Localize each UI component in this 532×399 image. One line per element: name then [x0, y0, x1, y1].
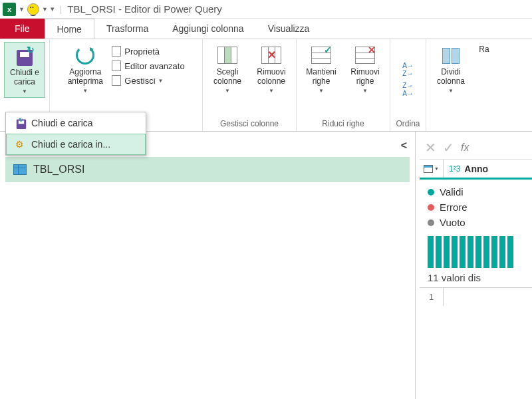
qat-overflow[interactable]: ▾	[51, 5, 55, 13]
sort-desc-button[interactable]: Z→A→	[402, 82, 414, 97]
title-bar: x ▼ ▼ ▾ | TBL_ORSI - Editor di Power Que…	[0, 0, 532, 19]
table-icon	[13, 164, 27, 175]
dist-bar	[483, 236, 489, 268]
formula-fx-icon[interactable]: fx	[461, 142, 469, 154]
tab-file[interactable]: File	[0, 19, 45, 39]
query-item-tbl-orsi[interactable]: TBL_ORSI	[5, 157, 410, 182]
dist-bar	[436, 236, 442, 268]
choose-columns-icon	[217, 45, 238, 66]
quality-empty: Vuoto	[428, 217, 524, 228]
remove-rows-icon	[354, 45, 376, 66]
qat-smiley-dropdown-icon[interactable]: ▼	[42, 6, 48, 13]
remove-columns-button[interactable]: Rimuovi colonne▼	[251, 42, 292, 96]
query-name: TBL_ORSI	[33, 164, 84, 176]
properties-button[interactable]: Proprietà	[108, 45, 187, 58]
excel-icon: x	[3, 3, 16, 16]
dist-bar	[475, 236, 481, 268]
refresh-preview-button[interactable]: Aggiorna anteprima▼	[65, 42, 106, 96]
manage-button[interactable]: Gestisci ▼	[108, 74, 187, 87]
ribbon-group-sort: A→Z→ Z→A→ Ordina	[390, 39, 426, 131]
table-corner-button[interactable]: ▼	[420, 160, 444, 178]
tab-home[interactable]: Home	[45, 19, 94, 39]
valid-dot-icon	[428, 189, 434, 196]
ribbon-tabs: File Home Trasforma Aggiungi colonna Vis…	[0, 19, 532, 39]
tab-add-column[interactable]: Aggiungi colonna	[160, 19, 255, 39]
window-title: TBL_ORSI - Editor di Power Query	[67, 3, 222, 15]
choose-columns-button[interactable]: Scegli colonne▼	[207, 42, 248, 96]
data-row-1[interactable]: 1	[420, 287, 532, 306]
remove-columns-icon	[261, 45, 282, 66]
refresh-icon	[74, 45, 96, 66]
close-and-load-button[interactable]: ↻ Chiudi e carica▼	[4, 42, 45, 98]
column-quality: Validi Errore Vuoto	[420, 180, 532, 235]
dist-bar	[507, 236, 513, 268]
formula-cancel-icon[interactable]: ✕	[425, 140, 436, 156]
advanced-editor-icon	[111, 61, 122, 71]
group-sort-label: Ordina	[396, 118, 420, 130]
menu-close-and-load[interactable]: ↻ Chiudi e carica	[6, 112, 146, 134]
column-header-row: ▼ 1²3 Anno	[420, 160, 532, 180]
dist-bar	[444, 236, 450, 268]
properties-icon	[111, 46, 122, 57]
distribution-bars	[420, 235, 532, 268]
distinct-values-label: 11 valori dis	[420, 268, 532, 287]
ribbon-group-split: Dividi colonna▼ Ra	[426, 39, 498, 131]
row-number: 1	[420, 288, 444, 306]
formula-accept-icon[interactable]: ✓	[443, 140, 454, 156]
empty-dot-icon	[428, 219, 434, 226]
column-name: Anno	[464, 164, 488, 174]
advanced-editor-button[interactable]: Editor avanzato	[108, 59, 187, 72]
formula-bar: ✕ ✓ fx	[420, 136, 532, 160]
close-and-load-label: Chiudi e carica	[6, 68, 43, 87]
quality-valid: Validi	[428, 186, 524, 198]
group-reduce-rows-label: Riduci righe	[322, 118, 364, 130]
keep-rows-button[interactable]: Mantieni righe▼	[301, 42, 342, 96]
titlebar-separator: |	[60, 4, 62, 14]
ribbon-group-manage-columns: Scegli colonne▼ Rimuovi colonne▼ Gestisc…	[203, 39, 297, 131]
tab-view[interactable]: Visualizza	[256, 19, 322, 39]
close-load-to-icon: ⚙	[13, 138, 26, 151]
ribbon-group-reduce-rows: Mantieni righe▼ Rimuovi righe▼ Riduci ri…	[297, 39, 390, 131]
dist-bar	[460, 236, 466, 268]
error-dot-icon	[428, 204, 434, 211]
smiley-icon[interactable]	[27, 3, 39, 15]
save-load-icon: ↻	[14, 45, 35, 66]
tiny-table-icon	[424, 165, 433, 173]
close-load-icon: ↻	[13, 116, 26, 130]
main-area: Query [1] < TBL_ORSI ✕ ✓ fx ▼ 1²3 Anno V…	[0, 132, 532, 399]
group-by-button[interactable]: Ra	[474, 42, 494, 57]
keep-rows-icon	[311, 45, 332, 66]
quality-error: Errore	[428, 201, 524, 213]
collapse-queries-icon[interactable]: <	[401, 140, 407, 152]
group-manage-columns-label: Gestisci colonne	[220, 118, 279, 130]
remove-rows-button[interactable]: Rimuovi righe▼	[344, 42, 386, 96]
close-load-dropdown: ↻ Chiudi e carica ⚙ Chiudi e carica in..…	[5, 112, 146, 156]
dist-bar	[499, 236, 505, 268]
qat-dropdown-icon[interactable]: ▼	[19, 6, 25, 13]
menu-close-and-load-to[interactable]: ⚙ Chiudi e carica in...	[6, 134, 146, 155]
tab-transform[interactable]: Trasforma	[94, 19, 160, 39]
dist-bar	[467, 236, 473, 268]
column-header-anno[interactable]: 1²3 Anno	[444, 164, 493, 174]
dist-bar	[428, 236, 434, 268]
split-column-icon	[440, 45, 462, 66]
queries-pane: Query [1] < TBL_ORSI	[0, 132, 416, 399]
sort-asc-button[interactable]: A→Z→	[402, 63, 414, 77]
split-column-button[interactable]: Dividi colonna▼	[430, 42, 471, 96]
dist-bar	[452, 236, 458, 268]
manage-icon	[111, 75, 122, 86]
preview-pane: ✕ ✓ fx ▼ 1²3 Anno Validi Errore Vuoto 11…	[416, 132, 532, 399]
refresh-label: Aggiorna anteprima	[66, 67, 104, 86]
dist-bar	[491, 236, 497, 268]
column-type-icon[interactable]: 1²3	[449, 164, 460, 174]
